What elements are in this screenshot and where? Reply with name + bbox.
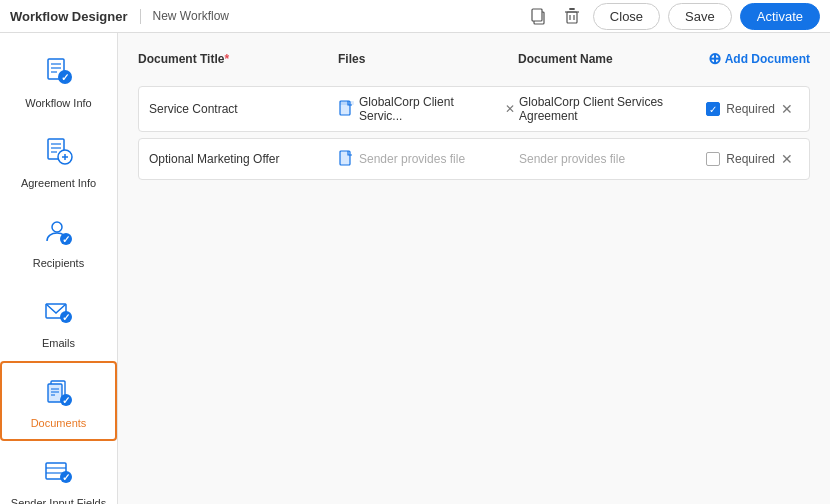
sidebar-item-agreement-info[interactable]: Agreement Info bbox=[0, 121, 117, 201]
row-1-required: Required bbox=[706, 102, 775, 116]
delete-button[interactable] bbox=[559, 3, 585, 29]
documents-icon: ✓ bbox=[39, 373, 79, 413]
row-1-file-remove[interactable]: ✕ bbox=[501, 100, 519, 118]
close-button[interactable]: Close bbox=[593, 3, 660, 30]
svg-rect-2 bbox=[567, 12, 577, 23]
row-2-delete[interactable]: ✕ bbox=[775, 149, 799, 169]
svg-point-20 bbox=[52, 222, 62, 232]
workflow-info-icon: ✓ bbox=[39, 53, 79, 93]
row-2-filename-placeholder: Sender provides file bbox=[359, 152, 465, 166]
svg-rect-1 bbox=[532, 9, 542, 21]
row-2-docname: Sender provides file bbox=[519, 152, 706, 166]
emails-icon: ✓ bbox=[39, 293, 79, 333]
row-1-filename: GlobalCorp Client Servic... bbox=[359, 95, 497, 123]
top-bar: Workflow Designer New Workflow Close Sav… bbox=[0, 0, 830, 33]
top-bar-actions: Close Save Activate bbox=[525, 3, 820, 30]
row-2-required-checkbox[interactable] bbox=[706, 152, 720, 166]
add-document-button[interactable]: ⊕ Add Document bbox=[708, 49, 810, 68]
row-1-title: Service Contract bbox=[149, 102, 339, 116]
save-button[interactable]: Save bbox=[668, 3, 732, 30]
sidebar-item-workflow-info[interactable]: ✓ Workflow Info bbox=[0, 41, 117, 121]
row-2-title: Optional Marketing Offer bbox=[149, 152, 339, 166]
svg-text:✓: ✓ bbox=[62, 312, 70, 323]
duplicate-button[interactable] bbox=[525, 3, 551, 29]
sidebar-item-workflow-info-label: Workflow Info bbox=[25, 97, 91, 109]
breadcrumb: New Workflow bbox=[153, 9, 229, 23]
document-table-header: Document Title* Files Document Name ⊕ Ad… bbox=[138, 49, 810, 76]
sidebar-item-documents[interactable]: ✓ Documents bbox=[0, 361, 117, 441]
sidebar-item-agreement-info-label: Agreement Info bbox=[21, 177, 96, 189]
row-1-required-checkbox[interactable] bbox=[706, 102, 720, 116]
row-1-docname: GlobalCorp Client Services Agreement bbox=[519, 95, 706, 123]
svg-text:✓: ✓ bbox=[62, 472, 70, 483]
col-files: Files bbox=[338, 52, 518, 66]
add-icon: ⊕ bbox=[708, 49, 721, 68]
svg-text:✓: ✓ bbox=[62, 395, 70, 406]
svg-text:✓: ✓ bbox=[62, 234, 70, 245]
sidebar-item-sender-input-fields[interactable]: ✓ Sender Input Fields bbox=[0, 441, 117, 504]
sidebar: ✓ Workflow Info Agreement Info bbox=[0, 33, 118, 504]
sidebar-item-emails-label: Emails bbox=[42, 337, 75, 349]
sidebar-item-documents-label: Documents bbox=[31, 417, 87, 429]
file-icon bbox=[339, 100, 355, 118]
row-2-required: Required bbox=[706, 152, 775, 166]
table-row: Optional Marketing Offer Sender provides… bbox=[138, 138, 810, 180]
col-name: Document Name bbox=[518, 52, 708, 66]
table-row: Service Contract GlobalCorp Client Servi… bbox=[138, 86, 810, 132]
main-content: Document Title* Files Document Name ⊕ Ad… bbox=[118, 33, 830, 504]
recipients-icon: ✓ bbox=[39, 213, 79, 253]
activate-button[interactable]: Activate bbox=[740, 3, 820, 30]
sender-input-fields-icon: ✓ bbox=[39, 453, 79, 493]
sidebar-item-recipients[interactable]: ✓ Recipients bbox=[0, 201, 117, 281]
file-icon bbox=[339, 150, 355, 168]
svg-rect-27 bbox=[48, 384, 62, 402]
row-1-delete[interactable]: ✕ bbox=[775, 99, 799, 119]
svg-rect-39 bbox=[340, 101, 354, 105]
svg-text:✓: ✓ bbox=[61, 72, 69, 83]
sidebar-item-emails[interactable]: ✓ Emails bbox=[0, 281, 117, 361]
row-1-files: GlobalCorp Client Servic... ✕ bbox=[339, 95, 519, 123]
app-title: Workflow Designer bbox=[10, 9, 141, 24]
row-2-files: Sender provides file bbox=[339, 150, 519, 168]
sidebar-item-sender-input-fields-label: Sender Input Fields bbox=[11, 497, 106, 504]
sidebar-item-recipients-label: Recipients bbox=[33, 257, 84, 269]
col-title: Document Title* bbox=[138, 52, 338, 66]
agreement-info-icon bbox=[39, 133, 79, 173]
main-layout: ✓ Workflow Info Agreement Info bbox=[0, 33, 830, 504]
